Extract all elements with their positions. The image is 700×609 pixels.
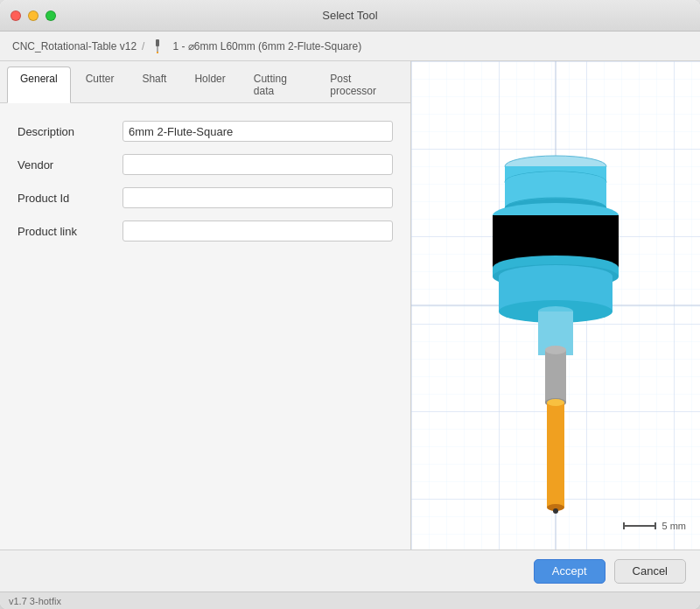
minimize-button[interactable]	[28, 10, 38, 21]
vendor-input[interactable]	[122, 154, 393, 175]
breadcrumb-bar: CNC_Rotational-Table v12 / 1 - ⌀6mm L60m…	[0, 32, 700, 61]
scale-indicator: 5 mm	[622, 520, 687, 532]
scale-bar	[622, 520, 657, 532]
svg-point-29	[545, 346, 566, 354]
breadcrumb-project[interactable]: CNC_Rotational-Table v12	[12, 40, 136, 52]
description-input[interactable]	[122, 121, 393, 142]
product-link-label: Product link	[18, 225, 122, 238]
close-button[interactable]	[10, 10, 21, 21]
svg-point-34	[553, 508, 558, 514]
traffic-lights	[10, 10, 56, 21]
svg-rect-0	[156, 39, 159, 46]
tab-post-processor[interactable]: Post processor	[317, 66, 403, 102]
main-content: General Cutter Shaft Holder Cutting data…	[0, 61, 700, 550]
product-id-row: Product Id	[18, 187, 393, 208]
description-row: Description	[18, 121, 393, 142]
svg-point-32	[547, 399, 564, 406]
tab-shaft[interactable]: Shaft	[129, 66, 179, 102]
main-window: Select Tool CNC_Rotational-Table v12 / 1…	[0, 0, 700, 609]
product-link-row: Product link	[18, 220, 393, 242]
svg-rect-1	[157, 46, 158, 52]
viewport-grid	[411, 61, 700, 550]
status-text: v1.7 3-hotfix	[9, 596, 61, 606]
status-bar: v1.7 3-hotfix	[0, 592, 700, 609]
breadcrumb-separator: /	[142, 40, 144, 52]
scale-line-svg	[622, 520, 657, 532]
cancel-button[interactable]: Cancel	[614, 559, 686, 584]
general-form: Description Vendor Product Id Product li…	[0, 103, 410, 550]
tool-icon	[150, 38, 165, 54]
scale-label: 5 mm	[662, 521, 687, 531]
viewport: 5 mm	[411, 61, 700, 550]
tab-general[interactable]: General	[7, 66, 71, 103]
svg-rect-31	[547, 402, 564, 508]
tab-cutter[interactable]: Cutter	[73, 66, 128, 102]
accept-button[interactable]: Accept	[534, 559, 606, 584]
breadcrumb-tool[interactable]: 1 - ⌀6mm L60mm (6mm 2-Flute-Square)	[172, 40, 361, 52]
bottom-bar: Accept Cancel	[0, 550, 700, 592]
window-title: Select Tool	[322, 9, 377, 22]
titlebar: Select Tool	[0, 0, 700, 32]
maximize-button[interactable]	[46, 10, 56, 21]
left-panel: General Cutter Shaft Holder Cutting data…	[0, 61, 411, 550]
tab-cutting-data[interactable]: Cutting data	[241, 66, 316, 102]
vendor-row: Vendor	[18, 154, 393, 175]
svg-rect-2	[157, 52, 158, 53]
product-link-input[interactable]	[122, 220, 393, 242]
product-id-input[interactable]	[122, 187, 393, 208]
vendor-label: Vendor	[18, 158, 122, 172]
product-id-label: Product Id	[18, 192, 122, 205]
tab-bar: General Cutter Shaft Holder Cutting data…	[0, 61, 410, 103]
description-label: Description	[18, 125, 122, 138]
tab-holder[interactable]: Holder	[181, 66, 238, 102]
svg-rect-28	[545, 350, 566, 402]
